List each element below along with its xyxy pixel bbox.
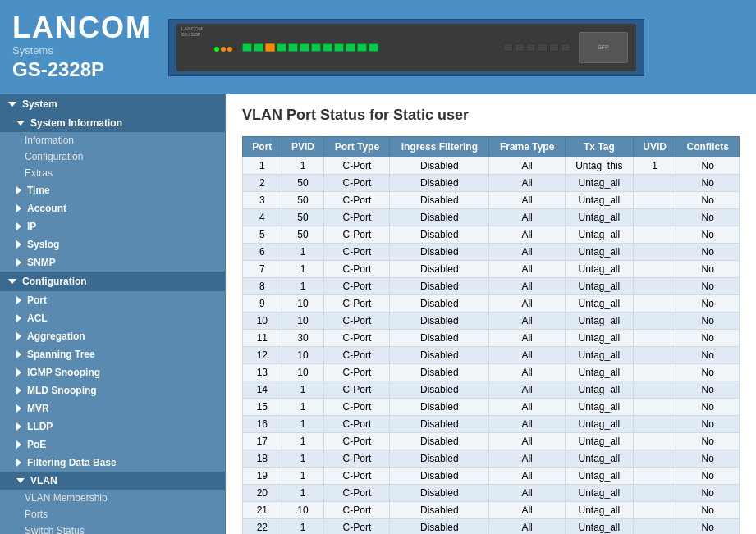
table-cell: 30 — [282, 330, 324, 347]
sidebar-item-vlan-ports[interactable]: Ports — [0, 506, 225, 523]
table-cell: No — [676, 381, 740, 399]
table-cell — [633, 381, 676, 399]
table-cell: Untag_all — [565, 519, 633, 535]
table-cell — [633, 450, 676, 468]
table-cell — [633, 313, 676, 330]
sidebar-item-mld-snooping[interactable]: MLD Snooping — [0, 381, 225, 399]
sidebar-item-aggregation[interactable]: Aggregation — [0, 327, 225, 345]
sidebar-item-lldp[interactable]: LLDP — [0, 418, 225, 436]
table-cell: Untag_all — [565, 313, 633, 330]
table-row: 161C-PortDisabledAllUntag_allNo — [243, 416, 740, 433]
table-cell: Untag_all — [565, 226, 633, 244]
table-cell: All — [489, 468, 566, 485]
table-cell: 6 — [243, 244, 282, 261]
table-cell: 14 — [243, 381, 282, 399]
col-header-conflicts: Conflicts — [676, 137, 740, 157]
table-cell: Untag_all — [565, 364, 633, 381]
col-header-port: Port — [243, 137, 282, 157]
table-cell: C-Port — [324, 347, 390, 364]
table-cell: 12 — [243, 347, 282, 364]
sidebar-item-time[interactable]: Time — [0, 181, 225, 199]
table-row: 11C-PortDisabledAllUntag_this1No — [243, 157, 740, 175]
table-cell: 1 — [282, 468, 324, 485]
table-cell: Untag_all — [565, 192, 633, 209]
table-cell: 1 — [282, 399, 324, 416]
table-cell: C-Port — [324, 157, 390, 175]
table-cell: No — [676, 364, 740, 381]
sidebar-item-configuration-sys[interactable]: Configuration — [0, 148, 225, 165]
table-cell — [633, 416, 676, 433]
table-cell: All — [489, 157, 566, 175]
table-cell: No — [676, 175, 740, 192]
sidebar-item-ip[interactable]: IP — [0, 217, 225, 235]
sidebar-item-account[interactable]: Account — [0, 199, 225, 217]
table-cell: All — [489, 295, 566, 313]
brand-logo: LANCOM — [12, 13, 152, 43]
table-row: 181C-PortDisabledAllUntag_allNo — [243, 450, 740, 468]
table-cell: 18 — [243, 450, 282, 468]
sidebar-item-syslog[interactable]: Syslog — [0, 235, 225, 253]
sidebar-item-switch-status[interactable]: Switch Status — [0, 523, 225, 534]
sidebar-item-port[interactable]: Port — [0, 291, 225, 309]
sidebar-section-configuration[interactable]: Configuration — [0, 272, 225, 291]
table-row: 61C-PortDisabledAllUntag_allNo — [243, 244, 740, 261]
table-cell: No — [676, 295, 740, 313]
table-cell: All — [489, 209, 566, 226]
table-cell: 1 — [633, 157, 676, 175]
triangle-right-icon — [16, 258, 21, 267]
table-row: 1310C-PortDisabledAllUntag_allNo — [243, 364, 740, 381]
sidebar-item-poe[interactable]: PoE — [0, 436, 225, 454]
table-row: 550C-PortDisabledAllUntag_allNo — [243, 226, 740, 244]
table-cell: C-Port — [324, 468, 390, 485]
table-cell: Disabled — [390, 433, 489, 450]
sidebar-item-mvr[interactable]: MVR — [0, 399, 225, 418]
table-cell: 10 — [243, 313, 282, 330]
sidebar-subsection-system-information[interactable]: System Information — [0, 114, 225, 132]
table-cell: Untag_all — [565, 209, 633, 226]
table-cell: 10 — [282, 364, 324, 381]
table-cell — [633, 519, 676, 535]
table-cell: All — [489, 347, 566, 364]
table-cell: 17 — [243, 433, 282, 450]
table-cell: No — [676, 261, 740, 278]
sidebar-item-extras[interactable]: Extras — [0, 165, 225, 181]
sidebar-item-igmp-snooping[interactable]: IGMP Snooping — [0, 363, 225, 381]
table-cell: All — [489, 485, 566, 502]
table-cell: All — [489, 416, 566, 433]
sidebar-item-filtering-data-base[interactable]: Filtering Data Base — [0, 454, 225, 472]
sidebar-item-acl[interactable]: ACL — [0, 309, 225, 327]
brand-model: GS-2328P — [12, 58, 152, 81]
table-cell: All — [489, 244, 566, 261]
table-row: 2110C-PortDisabledAllUntag_allNo — [243, 502, 740, 519]
table-cell: Untag_all — [565, 485, 633, 502]
table-cell: No — [676, 399, 740, 416]
table-cell: Disabled — [390, 175, 489, 192]
table-cell: Untag_all — [565, 416, 633, 433]
table-cell: Disabled — [390, 399, 489, 416]
table-cell: 3 — [243, 192, 282, 209]
sidebar-item-vlan-membership[interactable]: VLAN Membership — [0, 490, 225, 506]
triangle-down-icon — [16, 478, 25, 483]
col-header-ingress-filtering: Ingress Filtering — [390, 137, 489, 157]
table-cell: No — [676, 330, 740, 347]
table-cell: Untag_all — [565, 278, 633, 295]
table-cell: Disabled — [390, 519, 489, 535]
table-cell: All — [489, 519, 566, 535]
sidebar-item-snmp[interactable]: SNMP — [0, 253, 225, 272]
table-cell: Disabled — [390, 502, 489, 519]
sidebar-item-spanning-tree[interactable]: Spanning Tree — [0, 345, 225, 363]
sidebar-item-information[interactable]: Information — [0, 132, 225, 148]
table-cell: Disabled — [390, 209, 489, 226]
table-cell: Untag_this — [565, 157, 633, 175]
table-cell: Untag_all — [565, 450, 633, 468]
col-header-pvid: PVID — [282, 137, 324, 157]
table-cell: Disabled — [390, 192, 489, 209]
table-cell: Untag_all — [565, 399, 633, 416]
table-cell: C-Port — [324, 175, 390, 192]
table-cell: Untag_all — [565, 433, 633, 450]
table-cell: 2 — [243, 175, 282, 192]
table-row: 71C-PortDisabledAllUntag_allNo — [243, 261, 740, 278]
sidebar-item-vlan[interactable]: VLAN — [0, 472, 225, 490]
sidebar-section-system[interactable]: System — [0, 94, 225, 114]
table-cell: Disabled — [390, 485, 489, 502]
